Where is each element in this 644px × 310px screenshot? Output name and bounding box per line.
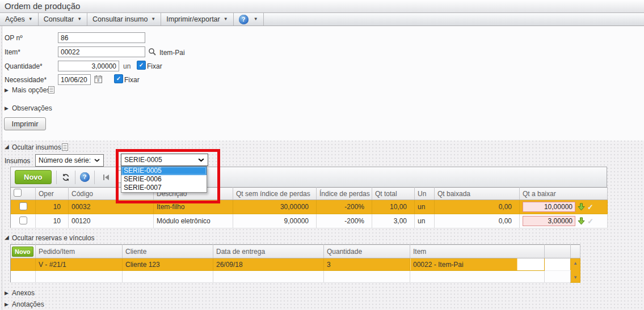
ocultar-insumos-toggle[interactable]: Ocultar insumos [12, 143, 61, 151]
necessidade-fixar-label: Fixar [124, 76, 140, 84]
scroll-down-icon[interactable]: ▼ [571, 275, 580, 280]
col-header-quantidade[interactable]: Quantidade [324, 245, 410, 258]
baixar-arrow-icon[interactable] [578, 203, 585, 211]
mais-opcoes-collapse-icon[interactable]: ▶ [5, 87, 9, 93]
quantidade-label: Quantidade* [5, 62, 43, 70]
anexos-collapse-icon[interactable]: ▶ [5, 290, 9, 296]
ocultar-insumos-collapse-icon[interactable]: ◢ [5, 143, 9, 150]
serie-select[interactable]: SERIE-0005 [121, 154, 208, 166]
chevron-down-icon: ▼ [151, 17, 155, 22]
col-header-qt-sem-indice[interactable]: Qt sem índice de perdas [233, 188, 317, 200]
row-checkbox[interactable] [19, 202, 27, 210]
quantidade-fixar-label: Fixar [147, 62, 162, 70]
confirm-check-icon[interactable]: ✓ [587, 203, 594, 211]
col-header-item[interactable]: Item [410, 245, 545, 258]
baixar-arrow-icon[interactable] [578, 217, 585, 225]
col-header-un[interactable]: Un [415, 188, 435, 200]
col-header-qt-baixada[interactable]: Qt baixada [435, 188, 520, 200]
col-header-qt-a-baixar[interactable]: Qt a baixar [520, 188, 608, 200]
reservas-novo-button[interactable]: Novo [12, 247, 33, 257]
reservas-table-row[interactable]: V - #21/1 Cliente 123 26/09/18 3 00022 -… [11, 258, 580, 271]
chevron-down-icon: ▼ [224, 17, 228, 22]
col-header-qt-total[interactable]: Qt total [372, 188, 415, 200]
chevron-down-icon: ▼ [77, 17, 82, 22]
col-header-indice-perdas[interactable]: Índice de perdas [317, 188, 372, 200]
reservas-table: Novo Pedido/Item Cliente Data de entrega… [10, 244, 580, 283]
form-panel [2, 26, 644, 141]
item-input[interactable] [58, 46, 145, 57]
necessidade-fixar-checkbox[interactable]: ✓ [114, 74, 123, 83]
first-page-icon[interactable] [103, 175, 109, 180]
serie-dropdown-list: SERIE-0005 SERIE-0006 SERIE-0007 [121, 166, 207, 193]
chevron-down-icon: ▼ [254, 17, 258, 22]
ordem-de-producao-screen: Ordem de produção Ações▼ Consultar▼ Cons… [0, 0, 644, 310]
calendar-icon[interactable]: 8 [94, 75, 103, 83]
select-all-checkbox[interactable] [14, 189, 22, 197]
menu-acoes[interactable]: Ações▼ [0, 13, 39, 26]
ocultar-reservas-toggle[interactable]: Ocultar reservas e vínculos [12, 234, 94, 242]
necessidade-label: Necessidade* [5, 76, 47, 84]
serie-option[interactable]: SERIE-0007 [121, 184, 207, 192]
col-header-data-entrega[interactable]: Data de entrega [213, 245, 324, 258]
reservas-scrollbar[interactable]: ▲ ▼ [571, 258, 580, 283]
chevron-down-icon [94, 159, 100, 162]
quantidade-fixar-checkbox[interactable]: ✓ [137, 61, 146, 70]
chevron-down-icon [198, 158, 204, 162]
insumos-toolbar: Novo ? [10, 167, 607, 187]
svg-text:8: 8 [97, 78, 99, 82]
title-bar: Ordem de produção [0, 0, 644, 13]
reservas-empty-row [11, 271, 580, 283]
op-label: OP nº [5, 34, 23, 42]
insumos-filter-select[interactable]: Número de série: [35, 154, 104, 167]
serie-option[interactable]: SERIE-0006 [121, 175, 207, 184]
notes-icon[interactable] [48, 86, 54, 94]
quantidade-input[interactable] [58, 61, 119, 71]
imprimir-button[interactable]: Imprimir [4, 117, 46, 130]
item-description: Item-Pai [159, 49, 185, 57]
notes-icon[interactable] [62, 143, 68, 151]
quantidade-unit: un [123, 62, 131, 70]
observacoes-toggle[interactable]: Observações [12, 104, 52, 112]
menu-imprimir-exportar[interactable]: Imprimir/exportar▼ [161, 13, 233, 26]
ocultar-reservas-collapse-icon[interactable]: ◢ [5, 234, 9, 240]
insumos-table: Oper Código Descrição Qt sem índice de p… [10, 187, 608, 228]
help-icon[interactable]: ? [239, 15, 249, 24]
qt-a-baixar-input[interactable] [523, 216, 575, 226]
insumos-filter-label: Insumos [5, 157, 30, 165]
necessidade-input[interactable] [58, 74, 91, 85]
col-header-pedido-item[interactable]: Pedido/Item [36, 245, 123, 258]
anexos-toggle[interactable]: Anexos [12, 289, 35, 297]
mais-opcoes-toggle[interactable]: Mais opções [12, 86, 50, 94]
qt-a-baixar-input[interactable] [523, 202, 575, 212]
serie-option[interactable]: SERIE-0005 [121, 167, 207, 175]
insumos-table-row[interactable]: 10 00032 Item-filho 30,00000 -200% 10,00… [11, 200, 608, 214]
menu-consultar[interactable]: Consultar▼ [39, 13, 87, 26]
menu-consultar-insumo[interactable]: Consultar insumo▼ [87, 13, 161, 26]
anotacoes-collapse-icon[interactable]: ▶ [5, 301, 9, 307]
confirm-check-icon: ✓ [587, 217, 594, 226]
scroll-up-icon[interactable]: ▲ [571, 261, 580, 266]
col-header-cliente[interactable]: Cliente [123, 245, 213, 258]
row-checkbox[interactable] [19, 216, 27, 224]
op-input[interactable] [58, 32, 145, 43]
item-label: Item* [5, 48, 20, 56]
chevron-down-icon: ▼ [28, 17, 33, 22]
menu-help[interactable]: ? ▼ [234, 13, 264, 26]
menu-bar: Ações▼ Consultar▼ Consultar insumo▼ Impr… [0, 13, 644, 26]
anotacoes-toggle[interactable]: Anotações [12, 300, 44, 308]
help-icon[interactable]: ? [80, 172, 90, 182]
page-title: Ordem de produção [5, 1, 80, 11]
insumos-table-row[interactable]: 10 00120 Módulo eletrônico 9,00000 -200%… [11, 214, 608, 228]
insumos-novo-button[interactable]: Novo [15, 170, 52, 184]
refresh-icon[interactable] [61, 173, 70, 182]
col-header-oper[interactable]: Oper [36, 188, 69, 200]
search-icon[interactable] [148, 48, 156, 56]
observacoes-collapse-icon[interactable]: ▶ [5, 105, 9, 111]
